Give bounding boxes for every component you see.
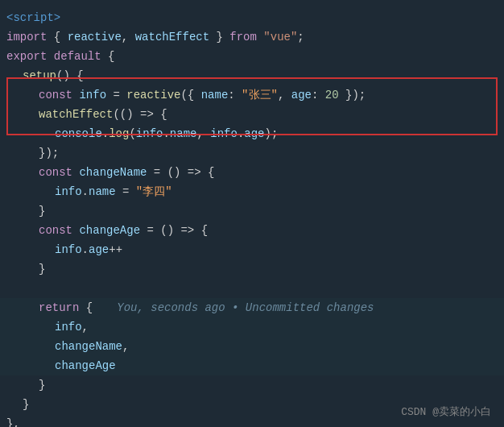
code-text: "李四" <box>136 182 172 201</box>
code-line-12: const changeAge = () => { <box>0 221 504 240</box>
code-text: } <box>39 375 45 395</box>
code-text: age <box>89 240 109 259</box>
code-text: { <box>47 27 67 47</box>
code-text: return <box>39 298 79 317</box>
code-text: (() <box>113 105 140 124</box>
code-text: => <box>140 105 154 124</box>
code-text: "张三" <box>242 85 278 105</box>
code-line-19: changeAge <box>0 356 504 375</box>
code-text: => <box>188 163 201 182</box>
code-line-2: import { reactive , watchEffect } from "… <box>0 27 504 47</box>
code-text: = <box>116 182 136 201</box>
code-text: from <box>229 27 257 47</box>
code-text: => <box>180 221 194 240</box>
code-text: }); <box>339 85 366 105</box>
code-text: const <box>39 221 72 240</box>
code-text: , <box>122 337 129 356</box>
code-text: . <box>82 182 89 201</box>
code-text: , <box>278 85 291 105</box>
code-text: changeName <box>55 337 122 356</box>
git-info: You, seconds ago • Uncommitted changes <box>117 298 374 317</box>
code-line-20: } <box>0 375 504 395</box>
code-text: . <box>102 124 109 143</box>
code-text: . <box>82 240 89 259</box>
code-line-8: }); <box>0 143 504 163</box>
code-line-14: } <box>0 259 504 279</box>
code-text: info <box>55 182 82 201</box>
code-text: reactive <box>126 85 180 105</box>
code-text: . <box>163 124 169 143</box>
code-text <box>257 27 263 47</box>
code-text: age <box>244 124 264 143</box>
code-text: info <box>55 317 82 337</box>
code-text: changeName <box>79 163 147 182</box>
watermark-text: CSDN @卖菜的小白 <box>401 404 491 419</box>
code-text: name <box>170 124 197 143</box>
code-text: <script> <box>6 8 60 27</box>
code-text: const <box>39 163 72 182</box>
code-text: ( <box>129 124 135 143</box>
code-text: } <box>23 395 29 414</box>
code-text: { <box>101 47 115 66</box>
code-text: changeAge <box>79 221 140 240</box>
code-line-4: setup () { <box>0 66 504 85</box>
code-text: info <box>136 124 163 143</box>
code-text: } <box>39 201 45 221</box>
code-text: name <box>201 85 229 105</box>
code-line-7: console . log ( info . name , info . age… <box>0 124 504 143</box>
code-line-1: <script> <box>0 8 504 27</box>
code-text: reactive <box>68 27 122 47</box>
code-line-18: changeName , <box>0 337 504 356</box>
code-text: import <box>6 27 47 47</box>
code-text: : <box>228 85 242 105</box>
code-text: const <box>39 85 72 105</box>
code-text: { <box>79 298 93 317</box>
code-text: }, <box>6 414 20 427</box>
code-text <box>6 279 13 298</box>
code-text: () { <box>56 66 84 85</box>
code-text <box>47 47 53 66</box>
code-text: console <box>55 124 102 143</box>
code-line-5: const info = reactive ({ name : "张三" , a… <box>0 85 504 105</box>
code-line-11: } <box>0 201 504 221</box>
code-line-3: export default { <box>0 47 504 66</box>
code-text: info <box>55 240 82 259</box>
code-text: ); <box>265 124 279 143</box>
code-text: } <box>209 27 229 47</box>
code-text: log <box>109 124 129 143</box>
code-text: watchEffect <box>135 27 209 47</box>
code-text: export <box>6 47 47 66</box>
code-text: . <box>238 124 244 143</box>
code-text: = () <box>147 163 187 182</box>
code-text: info <box>210 124 238 143</box>
code-line-16: return { You, seconds ago • Uncommitted … <box>0 298 504 317</box>
code-text: 20 <box>325 85 339 105</box>
code-line-9: const changeName = () => { <box>0 163 504 182</box>
code-text: , <box>82 317 89 337</box>
code-text <box>72 221 79 240</box>
code-text: { <box>154 105 167 124</box>
code-text: ({ <box>180 85 200 105</box>
code-line-17: info , <box>0 317 504 337</box>
code-text: }); <box>39 143 59 163</box>
code-text: , <box>122 27 135 47</box>
code-text: { <box>201 163 215 182</box>
code-text: default <box>54 47 101 66</box>
code-text: age <box>291 85 312 105</box>
code-text: info <box>79 85 106 105</box>
code-text: = () <box>140 221 180 240</box>
code-text: setup <box>23 66 56 85</box>
code-text: name <box>89 182 116 201</box>
watermark-bar: CSDN @卖菜的小白 <box>401 404 491 419</box>
code-text: { <box>194 221 208 240</box>
code-text: "vue" <box>263 27 297 47</box>
code-line-13: info . age ++ <box>0 240 504 259</box>
code-text: = <box>106 85 126 105</box>
code-line-10: info . name = "李四" <box>0 182 504 201</box>
code-text: , <box>196 124 210 143</box>
code-text: ; <box>297 27 304 47</box>
code-text <box>72 85 79 105</box>
code-text: : <box>312 85 325 105</box>
code-text: } <box>39 259 45 279</box>
code-text <box>72 163 79 182</box>
